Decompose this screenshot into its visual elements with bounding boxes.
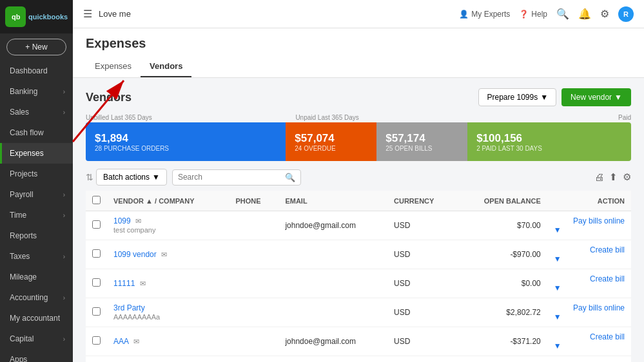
column-header-2[interactable]: PHONE (229, 191, 278, 211)
column-header-5[interactable]: OPEN BALANCE (456, 191, 547, 211)
sidebar-item-taxes[interactable]: Taxes› (0, 246, 73, 267)
purchase-orders-bar[interactable]: $1,894 28 PURCHASE ORDERS (86, 122, 286, 161)
topbar-right: 👤 My Experts ❓ Help 🔍 🔔 ⚙ R (459, 6, 634, 22)
tab-vendors[interactable]: Vendors (141, 56, 191, 77)
batch-actions-button[interactable]: Batch actions ▼ (96, 169, 167, 186)
search-input[interactable] (178, 173, 281, 182)
vendor-table: VENDOR ▲ / COMPANYPHONEEMAILCURRENCYOPEN… (86, 191, 631, 362)
help-button[interactable]: ❓ Help (519, 10, 547, 19)
tab-expenses[interactable]: Expenses (86, 56, 141, 77)
prepare-1099s-button[interactable]: Prepare 1099s ▼ (478, 88, 556, 106)
vendor-phone-cell (229, 327, 278, 356)
export-icon[interactable]: ⬆ (609, 171, 618, 183)
vendor-sub: AAAAAAAAAa (113, 313, 160, 321)
sidebar-item-banking[interactable]: Banking› (0, 81, 73, 102)
column-header-6[interactable]: ACTION (547, 191, 631, 211)
my-experts-button[interactable]: 👤 My Experts (459, 10, 510, 19)
chevron-right-icon: › (63, 294, 65, 301)
sidebar-item-label: Sales (10, 108, 29, 117)
vendor-action-link[interactable]: Create bill (590, 245, 625, 254)
sidebar-item-my-accountant[interactable]: My accountant (0, 308, 73, 329)
sidebar-item-dashboard[interactable]: Dashboard (0, 61, 73, 81)
print-icon[interactable]: 🖨 (594, 171, 604, 183)
vendor-currency-cell: USD (387, 356, 456, 363)
email-icon: ✉ (133, 338, 139, 345)
quickbooks-logo-icon: qb (5, 6, 26, 27)
row-checkbox[interactable] (92, 249, 101, 258)
sidebar-item-capital[interactable]: Capital› (0, 329, 73, 349)
purchase-orders-sub: 28 PURCHASE ORDERS (95, 145, 277, 152)
vendor-name-link[interactable]: 3rd Party (113, 303, 145, 312)
vendor-name-link[interactable]: AAA (113, 337, 129, 346)
topbar: ☰ Love me 👤 My Experts ❓ Help 🔍 🔔 ⚙ R (73, 0, 644, 28)
column-header-3[interactable]: EMAIL (278, 191, 387, 211)
paid-bar[interactable]: $100,156 2 PAID LAST 30 DAYS (467, 122, 631, 161)
row-checkbox-cell (86, 211, 107, 240)
row-checkbox[interactable] (92, 220, 101, 229)
chevron-right-icon: › (63, 109, 65, 116)
settings-icon[interactable]: ⚙ (600, 8, 609, 20)
open-bills-bar[interactable]: $57,174 25 OPEN BILLS (376, 122, 467, 161)
vendor-name-cell: 1099 vendor ✉ (107, 240, 229, 269)
sidebar-item-cash-flow[interactable]: Cash flow (0, 122, 73, 143)
vendor-action-link[interactable]: Create bill (590, 332, 625, 341)
vendor-email-cell: johndoe@gmail.com (278, 327, 387, 356)
sidebar-item-mileage[interactable]: Mileage (0, 267, 73, 287)
row-checkbox[interactable] (92, 307, 101, 316)
action-dropdown[interactable]: ▼ (554, 283, 625, 292)
action-dropdown[interactable]: ▼ (554, 341, 625, 350)
vendor-email-cell (278, 269, 387, 298)
vendor-action-cell: Pay bills online ▼ (547, 298, 631, 327)
vendor-name-link[interactable]: 11111 (113, 279, 135, 288)
settings-icon[interactable]: ⚙ (623, 171, 631, 183)
vendors-content: Vendors Prepare 1099s ▼ New vendor ▼ Unb… (73, 78, 644, 362)
chevron-right-icon: › (63, 336, 65, 343)
sidebar-item-label: Accounting (10, 293, 48, 302)
open-bills-sub: 25 OPEN BILLS (385, 145, 458, 152)
row-checkbox[interactable] (92, 336, 101, 345)
vendor-balance-cell: -$970.00 (456, 240, 547, 269)
vendor-name-link[interactable]: 1099 vendor (113, 250, 157, 259)
action-dropdown[interactable]: ▼ (554, 312, 625, 321)
vendor-toolbar-left: ⇅ Batch actions ▼ 🔍 (86, 169, 301, 186)
vendor-action-cell: Pay bills online ▼ (547, 211, 631, 240)
notifications-icon[interactable]: 🔔 (578, 8, 591, 20)
vendor-action-link[interactable]: Create bill (590, 274, 625, 283)
new-vendor-button[interactable]: New vendor ▼ (561, 88, 631, 106)
vendor-action-cell: Create bill ▼ (547, 240, 631, 269)
select-all-checkbox[interactable] (92, 196, 101, 204)
vendor-action-link[interactable]: Pay bills online (573, 216, 625, 225)
svg-text:qb: qb (12, 13, 21, 21)
chevron-right-icon: › (63, 253, 65, 260)
avatar[interactable]: R (618, 6, 634, 22)
row-checkbox[interactable] (92, 278, 101, 287)
person-icon: 👤 (459, 10, 469, 19)
vendor-name-cell: 1099 ✉test company (107, 211, 229, 240)
overdue-bar[interactable]: $57,074 24 OVERDUE (286, 122, 376, 161)
column-header-1[interactable]: VENDOR ▲ / COMPANY (107, 191, 229, 211)
sidebar-item-projects[interactable]: Projects (0, 164, 73, 184)
paid-sub: 2 PAID LAST 30 DAYS (476, 145, 622, 152)
vendor-name-cell: AAAA AAAA (107, 356, 229, 363)
sidebar-item-time[interactable]: Time› (0, 205, 73, 225)
sidebar-item-apps[interactable]: Apps (0, 349, 73, 362)
hamburger-icon[interactable]: ☰ (83, 8, 92, 20)
action-dropdown[interactable]: ▼ (554, 254, 625, 263)
sidebar-item-expenses[interactable]: Expenses (0, 143, 73, 164)
column-header-4[interactable]: CURRENCY (387, 191, 456, 211)
sidebar-item-sales[interactable]: Sales› (0, 102, 73, 122)
sidebar-item-accounting[interactable]: Accounting› (0, 287, 73, 308)
vendor-phone-cell (229, 211, 278, 240)
vendor-name-link[interactable]: 1099 (113, 216, 131, 225)
vendor-table-body: 1099 ✉test companyjohndoe@gmail.comUSD$7… (86, 211, 631, 363)
sidebar-item-label: Mileage (10, 272, 37, 281)
search-icon[interactable]: 🔍 (556, 8, 569, 20)
sidebar-item-reports[interactable]: Reports (0, 225, 73, 246)
action-dropdown[interactable]: ▼ (554, 225, 625, 234)
vendor-action-link[interactable]: Pay bills online (573, 303, 625, 312)
new-button[interactable]: + New (6, 39, 66, 55)
topbar-left: ☰ Love me (83, 8, 131, 20)
sidebar-item-payroll[interactable]: Payroll› (0, 184, 73, 205)
sidebar: qb quickbooks + New DashboardBanking›Sal… (0, 0, 73, 362)
paid-amount: $100,156 (476, 132, 622, 145)
